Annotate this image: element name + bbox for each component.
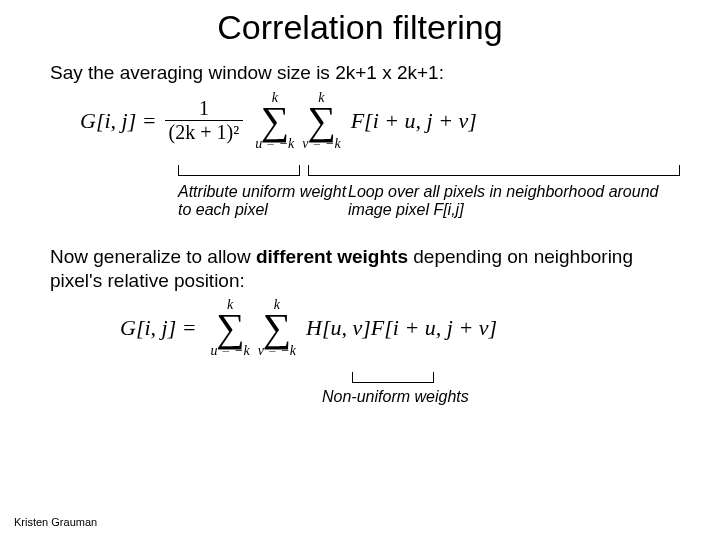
eq1-braces [80, 165, 690, 183]
eq2-sum-v: k ∑ v = −k [258, 298, 296, 358]
eq2-lhs: G[i, j] = [120, 315, 197, 341]
annotation-loop-pixels: Loop over all pixels in neighborhood aro… [348, 183, 688, 220]
eq1-sum-u: k ∑ u = −k [255, 91, 294, 151]
equation-2: G[i, j] = k ∑ u = −k k ∑ v = −k H[u, v] … [120, 298, 690, 370]
generalize-line: Now generalize to allow different weight… [50, 245, 670, 293]
eq1-frac-num: 1 [195, 97, 213, 120]
eq1-sum-v: k ∑ v = −k [302, 91, 340, 151]
eq2-h-term: H[u, v] [306, 315, 371, 341]
eq1-fraction: 1 (2k + 1)² [165, 97, 244, 144]
annotation-nonuniform: Non-uniform weights [322, 388, 469, 406]
annotation-uniform-weight: Attribute uniform weight to each pixel [178, 183, 348, 220]
eq1-lhs: G[i, j] = [80, 108, 157, 134]
eq2-braces [120, 372, 690, 388]
equation-1: G[i, j] = 1 (2k + 1)² k ∑ u = −k k ∑ v =… [80, 91, 690, 163]
eq1-rhs: F[i + u, j + v] [351, 108, 477, 134]
slide-title: Correlation filtering [30, 8, 690, 47]
intro-line: Say the averaging window size is 2k+1 x … [50, 61, 670, 85]
eq1-frac-den: (2k + 1)² [165, 121, 244, 144]
eq1-annotations: Attribute uniform weight to each pixel L… [80, 183, 690, 227]
eq2-f-term: F[i + u, j + v] [371, 315, 497, 341]
eq2-annotations: Non-uniform weights [120, 388, 690, 410]
credit-line: Kristen Grauman [14, 516, 97, 528]
eq2-sum-u: k ∑ u = −k [211, 298, 250, 358]
